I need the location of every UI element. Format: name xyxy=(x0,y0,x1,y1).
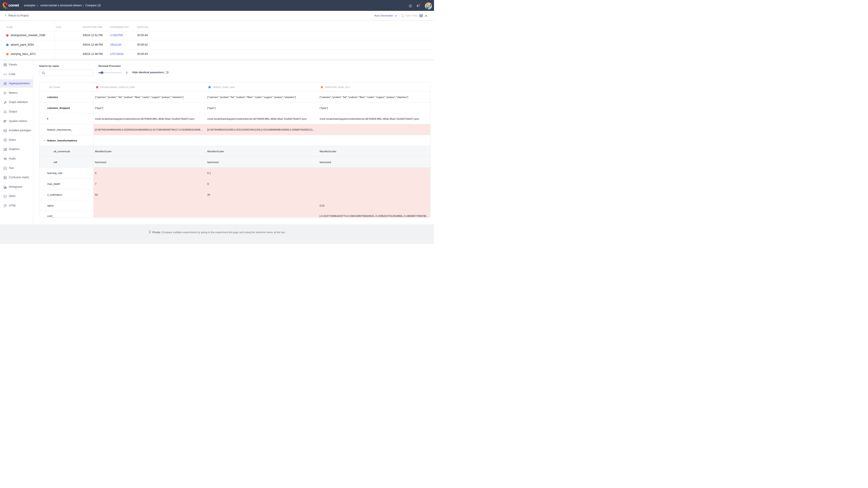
svg-text:Py: Py xyxy=(4,130,6,132)
svg-text:Tt: Tt xyxy=(4,167,6,169)
svg-text:HTML: HTML xyxy=(4,205,7,206)
